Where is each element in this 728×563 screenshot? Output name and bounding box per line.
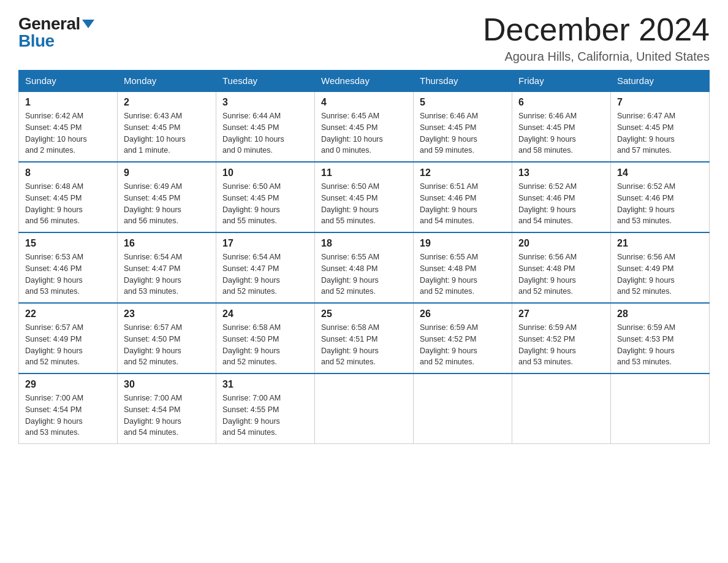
table-row: 12 Sunrise: 6:51 AM Sunset: 4:46 PM Dayl… xyxy=(414,162,512,232)
col-thursday: Thursday xyxy=(414,71,512,92)
sunset: Sunset: 4:46 PM xyxy=(518,193,604,204)
daylight: Daylight: 9 hours xyxy=(25,275,111,286)
day-info: Sunrise: 6:54 AM Sunset: 4:47 PM Dayligh… xyxy=(124,251,210,297)
day-info: Sunrise: 6:55 AM Sunset: 4:48 PM Dayligh… xyxy=(420,251,506,297)
daylight2: and 52 minutes. xyxy=(222,356,308,368)
day-number: 8 xyxy=(25,167,111,178)
table-row: 16 Sunrise: 6:54 AM Sunset: 4:47 PM Dayl… xyxy=(118,232,216,303)
day-info: Sunrise: 6:58 AM Sunset: 4:51 PM Dayligh… xyxy=(321,322,407,368)
daylight2: and 53 minutes. xyxy=(617,356,703,368)
day-number: 13 xyxy=(518,167,604,178)
sunset: Sunset: 4:46 PM xyxy=(420,193,506,204)
day-info: Sunrise: 6:58 AM Sunset: 4:50 PM Dayligh… xyxy=(222,322,308,368)
sunset: Sunset: 4:49 PM xyxy=(617,263,703,275)
sunset: Sunset: 4:45 PM xyxy=(124,122,210,134)
daylight: Daylight: 9 hours xyxy=(124,345,210,357)
sunrise: Sunrise: 6:54 AM xyxy=(124,251,210,263)
table-row: 7 Sunrise: 6:47 AM Sunset: 4:45 PM Dayli… xyxy=(611,91,710,162)
week-row: 29 Sunrise: 7:00 AM Sunset: 4:54 PM Dayl… xyxy=(19,373,710,444)
table-row: 24 Sunrise: 6:58 AM Sunset: 4:50 PM Dayl… xyxy=(216,303,315,373)
day-number: 24 xyxy=(222,308,308,320)
day-number: 6 xyxy=(518,97,604,108)
sunrise: Sunrise: 6:59 AM xyxy=(518,322,604,334)
sunrise: Sunrise: 6:48 AM xyxy=(25,181,111,193)
sunrise: Sunrise: 6:46 AM xyxy=(518,110,604,122)
daylight2: and 52 minutes. xyxy=(321,286,407,297)
week-row: 8 Sunrise: 6:48 AM Sunset: 4:45 PM Dayli… xyxy=(19,162,710,232)
daylight: Daylight: 9 hours xyxy=(124,416,210,427)
sunset: Sunset: 4:48 PM xyxy=(321,263,407,275)
sunrise: Sunrise: 6:55 AM xyxy=(420,251,506,263)
sunset: Sunset: 4:52 PM xyxy=(420,334,506,345)
sunrise: Sunrise: 6:59 AM xyxy=(617,322,703,334)
sunrise: Sunrise: 6:52 AM xyxy=(617,181,703,193)
table-row: 6 Sunrise: 6:46 AM Sunset: 4:45 PM Dayli… xyxy=(512,91,611,162)
sunset: Sunset: 4:45 PM xyxy=(25,122,111,134)
day-number: 28 xyxy=(617,308,703,320)
day-number: 15 xyxy=(25,238,111,249)
calendar-title: December 2024 xyxy=(483,12,710,47)
day-number: 18 xyxy=(321,238,407,249)
day-number: 27 xyxy=(518,308,604,320)
daylight: Daylight: 10 hours xyxy=(321,134,407,145)
daylight2: and 52 minutes. xyxy=(420,286,506,297)
sunset: Sunset: 4:45 PM xyxy=(25,193,111,204)
daylight: Daylight: 9 hours xyxy=(25,345,111,357)
sunrise: Sunrise: 6:55 AM xyxy=(321,251,407,263)
sunrise: Sunrise: 6:50 AM xyxy=(222,181,308,193)
col-friday: Friday xyxy=(512,71,611,92)
day-info: Sunrise: 6:52 AM Sunset: 4:46 PM Dayligh… xyxy=(617,181,703,227)
day-info: Sunrise: 6:56 AM Sunset: 4:49 PM Dayligh… xyxy=(617,251,703,297)
daylight2: and 52 minutes. xyxy=(518,286,604,297)
day-info: Sunrise: 6:50 AM Sunset: 4:45 PM Dayligh… xyxy=(222,181,308,227)
daylight2: and 58 minutes. xyxy=(518,145,604,156)
day-info: Sunrise: 6:52 AM Sunset: 4:46 PM Dayligh… xyxy=(518,181,604,227)
day-info: Sunrise: 7:00 AM Sunset: 4:54 PM Dayligh… xyxy=(25,393,111,439)
table-row: 3 Sunrise: 6:44 AM Sunset: 4:45 PM Dayli… xyxy=(216,91,315,162)
sunset: Sunset: 4:54 PM xyxy=(124,404,210,416)
sunrise: Sunrise: 6:47 AM xyxy=(617,110,703,122)
table-row: 14 Sunrise: 6:52 AM Sunset: 4:46 PM Dayl… xyxy=(611,162,710,232)
sunset: Sunset: 4:45 PM xyxy=(617,122,703,134)
table-row: 8 Sunrise: 6:48 AM Sunset: 4:45 PM Dayli… xyxy=(19,162,118,232)
day-info: Sunrise: 6:50 AM Sunset: 4:45 PM Dayligh… xyxy=(321,181,407,227)
table-row: 19 Sunrise: 6:55 AM Sunset: 4:48 PM Dayl… xyxy=(414,232,512,303)
sunrise: Sunrise: 6:53 AM xyxy=(25,251,111,263)
daylight2: and 52 minutes. xyxy=(617,286,703,297)
daylight2: and 52 minutes. xyxy=(25,356,111,368)
day-info: Sunrise: 6:47 AM Sunset: 4:45 PM Dayligh… xyxy=(617,110,703,156)
sunrise: Sunrise: 6:56 AM xyxy=(518,251,604,263)
daylight2: and 54 minutes. xyxy=(420,215,506,227)
sunset: Sunset: 4:48 PM xyxy=(420,263,506,275)
daylight2: and 1 minute. xyxy=(124,145,210,156)
day-info: Sunrise: 6:59 AM Sunset: 4:52 PM Dayligh… xyxy=(518,322,604,368)
sunset: Sunset: 4:55 PM xyxy=(222,404,308,416)
day-number: 17 xyxy=(222,238,308,249)
table-row: 29 Sunrise: 7:00 AM Sunset: 4:54 PM Dayl… xyxy=(19,373,118,444)
day-info: Sunrise: 6:49 AM Sunset: 4:45 PM Dayligh… xyxy=(124,181,210,227)
day-number: 9 xyxy=(124,167,210,178)
col-tuesday: Tuesday xyxy=(216,71,315,92)
day-number: 21 xyxy=(617,238,703,249)
table-row xyxy=(512,373,611,444)
sunset: Sunset: 4:49 PM xyxy=(25,334,111,345)
daylight2: and 53 minutes. xyxy=(25,286,111,297)
day-info: Sunrise: 6:54 AM Sunset: 4:47 PM Dayligh… xyxy=(222,251,308,297)
sunrise: Sunrise: 7:00 AM xyxy=(222,393,308,404)
daylight: Daylight: 9 hours xyxy=(222,345,308,357)
table-row: 21 Sunrise: 6:56 AM Sunset: 4:49 PM Dayl… xyxy=(611,232,710,303)
day-info: Sunrise: 6:53 AM Sunset: 4:46 PM Dayligh… xyxy=(25,251,111,297)
sunset: Sunset: 4:46 PM xyxy=(25,263,111,275)
daylight: Daylight: 9 hours xyxy=(518,204,604,216)
col-saturday: Saturday xyxy=(611,71,710,92)
sunrise: Sunrise: 6:56 AM xyxy=(617,251,703,263)
daylight2: and 59 minutes. xyxy=(420,145,506,156)
daylight: Daylight: 10 hours xyxy=(124,134,210,145)
day-number: 20 xyxy=(518,238,604,249)
table-row: 10 Sunrise: 6:50 AM Sunset: 4:45 PM Dayl… xyxy=(216,162,315,232)
day-number: 19 xyxy=(420,238,506,249)
day-number: 4 xyxy=(321,97,407,108)
day-info: Sunrise: 6:46 AM Sunset: 4:45 PM Dayligh… xyxy=(420,110,506,156)
day-number: 10 xyxy=(222,167,308,178)
daylight2: and 52 minutes. xyxy=(420,356,506,368)
